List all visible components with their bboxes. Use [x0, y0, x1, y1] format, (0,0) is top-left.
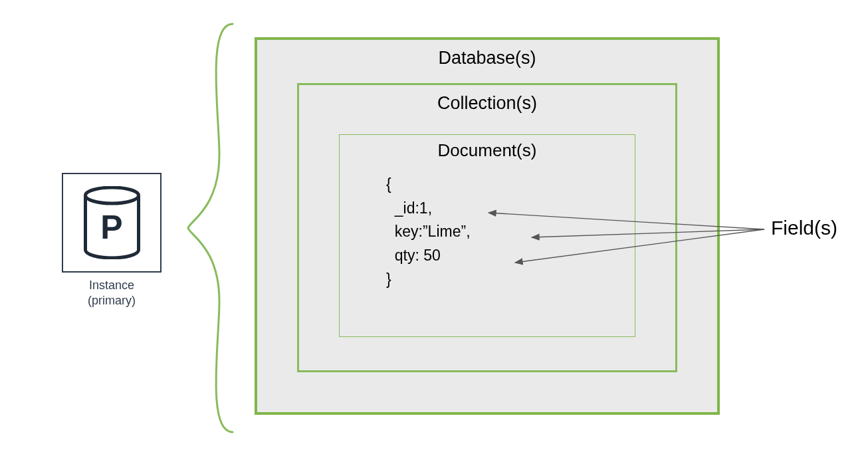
instance-caption-line1: Instance: [89, 279, 134, 292]
doc-brace-open: {: [386, 173, 635, 197]
brace-icon: [183, 22, 243, 434]
document-content: { _id:1, key:”Lime”, qty: 50 }: [386, 173, 635, 291]
instance-block: P Instance (primary): [62, 173, 162, 308]
document-label: Document(s): [340, 140, 635, 161]
document-box: Document(s) { _id:1, key:”Lime”, qty: 50…: [339, 134, 635, 337]
database-label: Database(s): [257, 48, 717, 68]
collection-label: Collection(s): [299, 93, 675, 114]
database-cylinder-icon: P: [80, 186, 144, 259]
collection-box: Collection(s) Document(s) { _id:1, key:”…: [297, 83, 677, 372]
doc-field-qty: qty: 50: [386, 244, 635, 268]
instance-box: P: [62, 173, 162, 273]
fields-label: Field(s): [771, 217, 837, 239]
instance-letter: P: [100, 211, 122, 244]
doc-brace-close: }: [386, 268, 635, 292]
doc-field-key: key:”Lime”,: [386, 220, 635, 244]
doc-field-id: _id:1,: [386, 197, 635, 221]
database-box: Database(s) Collection(s) Document(s) { …: [255, 37, 720, 415]
instance-caption-line2: (primary): [88, 294, 136, 307]
instance-caption: Instance (primary): [62, 278, 162, 308]
svg-point-0: [85, 187, 138, 203]
